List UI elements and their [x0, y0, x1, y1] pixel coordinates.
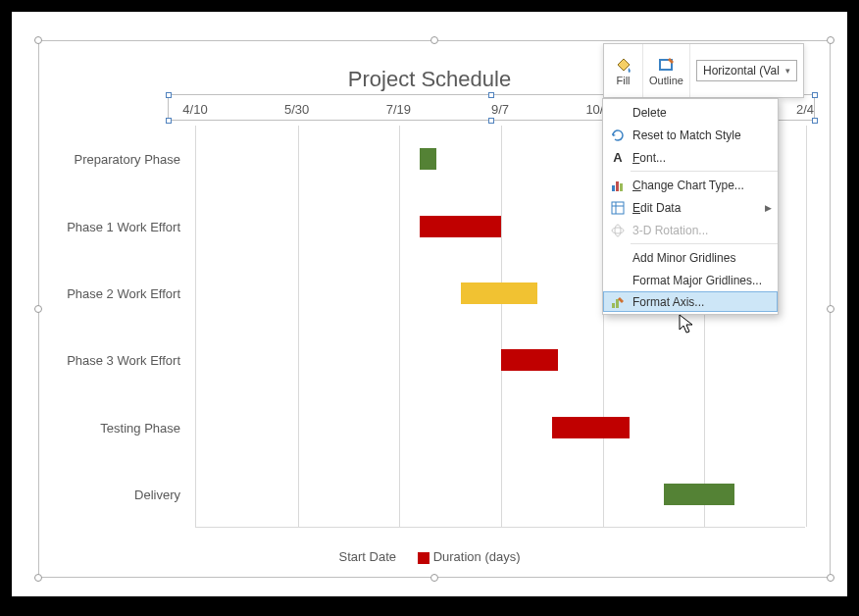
- resize-handle[interactable]: [34, 36, 42, 44]
- chart-canvas: Project Schedule 4/105/307/199/710/2712/…: [12, 12, 847, 596]
- resize-handle[interactable]: [827, 36, 834, 44]
- format-axis-icon: [607, 293, 629, 311]
- svg-rect-4: [612, 202, 624, 214]
- axis-handle[interactable]: [166, 118, 172, 124]
- x-tick-label: 2/4: [796, 102, 814, 117]
- menu-separator: [631, 171, 778, 172]
- svg-rect-3: [620, 183, 623, 191]
- menu-delete[interactable]: Delete: [603, 101, 778, 124]
- svg-rect-1: [612, 185, 615, 191]
- blank-icon: [607, 104, 629, 122]
- outline-button[interactable]: Outline: [643, 44, 690, 97]
- outline-icon: [657, 55, 677, 75]
- resize-handle[interactable]: [34, 574, 42, 582]
- font-icon: A: [607, 149, 629, 167]
- gantt-bar[interactable]: [664, 484, 735, 505]
- fill-button[interactable]: Fill: [604, 44, 643, 97]
- gantt-bar[interactable]: [552, 417, 630, 438]
- gridline: [399, 126, 400, 527]
- gantt-bar[interactable]: [420, 148, 436, 170]
- menu-change-chart-type[interactable]: Change Chart Type...: [603, 174, 778, 196]
- menu-3d-rotation: 3-D Rotation...: [603, 219, 778, 241]
- mini-format-toolbar: Fill Outline Horizontal (Val: [603, 43, 804, 98]
- y-category-label: Testing Phase: [4, 420, 180, 435]
- svg-point-8: [615, 225, 621, 236]
- gridline: [298, 126, 299, 527]
- context-menu: Delete Reset to Match Style A Font... Ch…: [602, 98, 779, 315]
- axis-handle[interactable]: [488, 92, 494, 98]
- menu-add-minor-gridlines[interactable]: Add Minor Gridlines: [603, 246, 778, 269]
- y-category-label: Phase 2 Work Effort: [4, 285, 180, 300]
- resize-handle[interactable]: [827, 305, 834, 313]
- resize-handle[interactable]: [827, 574, 834, 582]
- resize-handle[interactable]: [430, 36, 438, 44]
- legend-swatch-duration: [418, 552, 430, 564]
- x-tick-label: 5/30: [284, 102, 309, 117]
- reset-icon: [607, 127, 629, 144]
- resize-handle[interactable]: [430, 574, 438, 582]
- gantt-bar[interactable]: [501, 349, 558, 371]
- submenu-arrow-icon: ▶: [765, 203, 772, 213]
- x-tick-label: 4/10: [182, 102, 207, 117]
- axis-handle[interactable]: [488, 118, 494, 124]
- y-category-label: Preparatory Phase: [4, 152, 180, 167]
- axis-handle[interactable]: [812, 118, 818, 124]
- menu-reset-style[interactable]: Reset to Match Style: [603, 124, 778, 146]
- legend-start: Start Date: [338, 549, 396, 564]
- menu-edit-data[interactable]: Edit Data ▶: [603, 196, 778, 219]
- x-tick-label: 7/19: [386, 102, 411, 117]
- rotation-icon: [607, 222, 629, 239]
- axis-handle[interactable]: [812, 92, 818, 98]
- blank-icon: [607, 249, 629, 267]
- chart-element-combo[interactable]: Horizontal (Val: [696, 60, 797, 81]
- svg-point-7: [612, 228, 624, 233]
- gridline: [806, 126, 807, 527]
- chart-type-icon: [607, 177, 629, 194]
- axis-handle[interactable]: [166, 92, 172, 98]
- gantt-bar[interactable]: [461, 282, 538, 304]
- svg-rect-10: [616, 299, 619, 308]
- fill-icon: [614, 55, 633, 75]
- y-category-label: Phase 3 Work Effort: [4, 353, 180, 368]
- gantt-bar[interactable]: [420, 216, 501, 237]
- gridline: [501, 126, 502, 527]
- resize-handle[interactable]: [34, 305, 42, 313]
- menu-font[interactable]: A Font...: [603, 146, 778, 169]
- y-category-label: Phase 1 Work Effort: [4, 219, 180, 233]
- x-tick-label: 9/7: [491, 102, 509, 117]
- edit-data-icon: [607, 199, 629, 217]
- svg-rect-2: [616, 181, 619, 191]
- menu-separator: [631, 243, 778, 244]
- blank-icon: [607, 272, 629, 289]
- y-category-label: Delivery: [4, 487, 180, 501]
- menu-format-axis[interactable]: Format Axis...: [603, 291, 778, 312]
- svg-rect-9: [612, 303, 615, 308]
- chart-legend[interactable]: Start Date Duration (days): [12, 549, 847, 564]
- menu-format-major-gridlines[interactable]: Format Major Gridlines...: [603, 269, 778, 291]
- legend-duration: Duration (days): [433, 549, 521, 564]
